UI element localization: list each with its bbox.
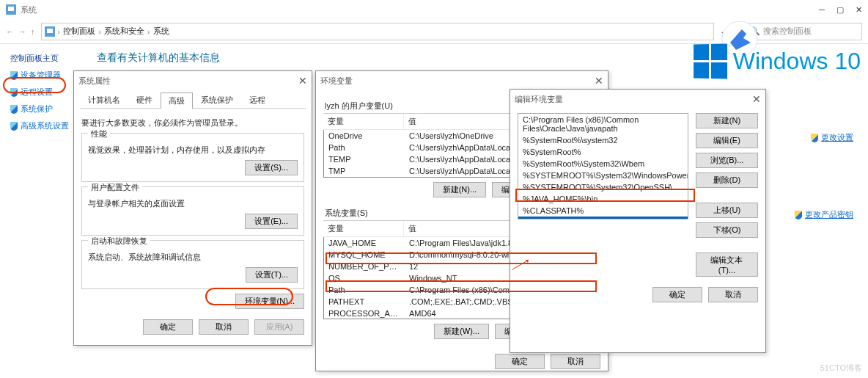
group-performance: 性能 视觉效果，处理器计划，内存使用，以及虚拟内存 设置(S)... xyxy=(81,133,304,182)
right-links: 更改设置 更改产品密钥 xyxy=(795,132,853,220)
edit-environment-variable-dialog: 编辑环境变量✕ C:\Program Files (x86)\Common Fi… xyxy=(510,89,766,353)
tab-computer-name[interactable]: 计算机名 xyxy=(80,92,128,108)
ok-button[interactable]: 确定 xyxy=(143,319,193,335)
search-placeholder: 搜索控制面板 xyxy=(763,26,812,37)
ok-button[interactable]: 确定 xyxy=(652,287,702,302)
path-delete-button[interactable]: 删除(D) xyxy=(696,172,758,188)
change-product-key-link[interactable]: 更改产品密钥 xyxy=(795,209,853,220)
up-button[interactable]: ↑ xyxy=(31,27,35,36)
perf-settings-button[interactable]: 设置(S)... xyxy=(245,160,298,175)
cancel-button[interactable]: 取消 xyxy=(708,287,758,302)
dialog-title: 编辑环境变量 xyxy=(515,94,563,105)
page-heading: 查看有关计算机的基本信息 xyxy=(97,51,220,65)
cancel-button[interactable]: 取消 xyxy=(551,354,600,369)
path-up-button[interactable]: 上移(U) xyxy=(696,203,758,218)
shield-icon xyxy=(10,71,18,80)
user-new-button[interactable]: 新建(N)... xyxy=(433,182,486,197)
close-button[interactable]: ✕ xyxy=(856,5,862,15)
tab-advanced[interactable]: 高级 xyxy=(161,92,193,109)
forward-button[interactable]: → xyxy=(18,27,26,36)
profile-settings-button[interactable]: 设置(E)... xyxy=(245,214,298,229)
shield-icon xyxy=(10,105,18,114)
list-item[interactable]: C:\Program Files (x86)\Common Files\Orac… xyxy=(518,114,688,134)
admin-prompt: 要进行大多数更改，你必须作为管理员登录。 xyxy=(81,117,304,128)
close-icon[interactable]: ✕ xyxy=(595,75,603,87)
tab-protection[interactable]: 系统保护 xyxy=(193,92,241,108)
apply-button[interactable]: 应用(A) xyxy=(254,319,304,335)
ok-button[interactable]: 确定 xyxy=(495,354,545,369)
back-button[interactable]: ← xyxy=(6,27,14,36)
search-input[interactable]: 🔍 搜索控制面板 xyxy=(745,23,862,40)
startup-settings-button[interactable]: 设置(T)... xyxy=(246,267,298,283)
dialog-title: 环境变量 xyxy=(320,76,353,87)
shield-icon xyxy=(10,122,18,131)
cancel-button[interactable]: 取消 xyxy=(199,319,249,335)
path-entries-list[interactable]: C:\Program Files (x86)\Common Files\Orac… xyxy=(518,113,688,219)
group-startup-recovery: 启动和故障恢复 系统启动、系统故障和调试信息 设置(T)... xyxy=(81,240,304,289)
list-item[interactable]: %SystemRoot%\System32\Wbem xyxy=(518,158,688,170)
watermark: 51CTO博客 xyxy=(820,363,862,374)
tab-remote[interactable]: 远程 xyxy=(241,92,273,108)
path-new-button[interactable]: 新建(N) xyxy=(696,113,758,128)
list-item[interactable]: %SystemRoot% xyxy=(518,146,688,158)
window-title: 系统 xyxy=(21,4,37,15)
system-properties-dialog: 系统属性✕ 计算机名 硬件 高级 系统保护 远程 要进行大多数更改，你必须作为管… xyxy=(73,70,312,346)
crumb-0[interactable]: 控制面板 xyxy=(63,26,95,37)
shield-icon xyxy=(811,134,818,142)
environment-variables-button[interactable]: 环境变量(N)... xyxy=(235,294,304,309)
sidebar-home-link[interactable]: 控制面板主页 xyxy=(10,53,73,64)
sidebar: 控制面板主页 设备管理器 远程设置 系统保护 高级系统设置 xyxy=(0,44,79,378)
svg-rect-1 xyxy=(8,7,14,11)
windows-logo-text: Windows 10 xyxy=(733,48,861,75)
sidebar-item-device-manager[interactable]: 设备管理器 xyxy=(10,70,73,81)
minimize-button[interactable]: ─ xyxy=(819,5,825,15)
tab-hardware[interactable]: 硬件 xyxy=(128,92,161,108)
shield-icon xyxy=(795,211,802,219)
windows-logo-icon xyxy=(694,43,727,79)
sidebar-item-advanced[interactable]: 高级系统设置 xyxy=(10,120,73,131)
system-window-titlebar: 系统 ─ ▢ ✕ xyxy=(0,0,868,19)
close-icon[interactable]: ✕ xyxy=(752,93,761,105)
system-icon xyxy=(45,26,55,37)
maximize-button[interactable]: ▢ xyxy=(836,5,844,15)
path-edittext-button[interactable]: 编辑文本(T)... xyxy=(696,252,758,277)
path-browse-button[interactable]: 浏览(B)... xyxy=(696,153,758,168)
list-item[interactable]: %SystemRoot%\system32 xyxy=(518,134,688,146)
list-item[interactable]: %CLASSPATH% xyxy=(518,205,688,217)
crumb-2[interactable]: 系统 xyxy=(153,26,169,37)
tabs: 计算机名 硬件 高级 系统保护 远程 xyxy=(80,92,306,109)
list-item[interactable]: %SYSTEMROOT%\System32\OpenSSH\ xyxy=(518,181,688,193)
svg-rect-3 xyxy=(47,29,53,33)
windows-logo: Windows 10 xyxy=(693,44,861,79)
list-item[interactable]: %MYSQL_HOME%\bin xyxy=(518,217,688,219)
crumb-1[interactable]: 系统和安全 xyxy=(104,26,144,37)
sidebar-item-protection[interactable]: 系统保护 xyxy=(10,103,73,115)
list-item[interactable]: %SYSTEMROOT%\System32\WindowsPowerShell\… xyxy=(518,170,688,181)
shield-icon xyxy=(10,88,18,97)
sys-new-button[interactable]: 新建(W)... xyxy=(434,324,489,339)
list-item[interactable]: %JAVA_HOME%\bin xyxy=(518,193,688,205)
path-edit-button[interactable]: 编辑(E) xyxy=(696,133,758,148)
dialog-title: 系统属性 xyxy=(78,76,111,87)
group-user-profiles: 用户配置文件 与登录帐户相关的桌面设置 设置(E)... xyxy=(81,186,304,236)
path-down-button[interactable]: 下移(O) xyxy=(696,222,758,238)
col-var[interactable]: 变量 xyxy=(323,221,404,236)
close-icon[interactable]: ✕ xyxy=(298,75,307,87)
breadcrumb[interactable]: › 控制面板› 系统和安全› 系统 xyxy=(41,23,715,40)
system-icon xyxy=(6,4,16,15)
sidebar-item-remote[interactable]: 远程设置 xyxy=(10,87,73,98)
change-settings-link[interactable]: 更改设置 xyxy=(811,132,853,143)
col-var[interactable]: 变量 xyxy=(323,114,404,129)
